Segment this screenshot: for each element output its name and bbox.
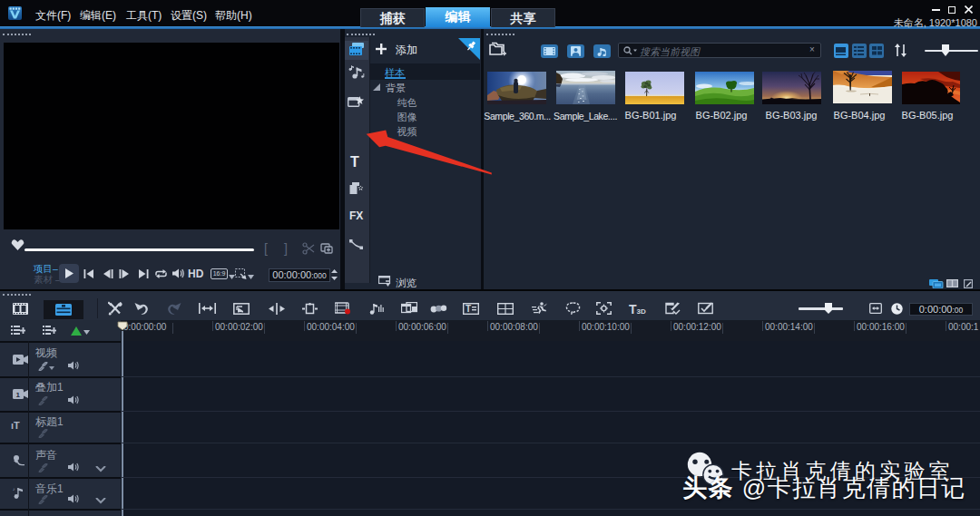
svg-text:T: T	[466, 304, 471, 314]
svg-text:♪: ♪	[13, 486, 15, 492]
svg-text:1: 1	[16, 391, 21, 399]
